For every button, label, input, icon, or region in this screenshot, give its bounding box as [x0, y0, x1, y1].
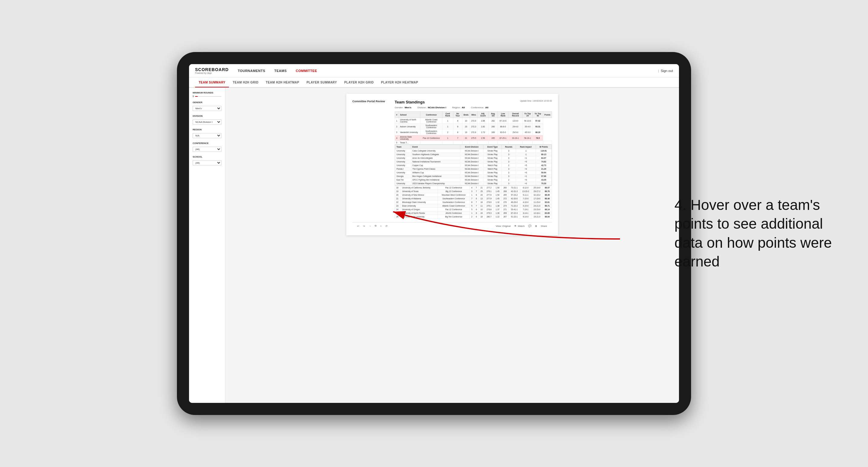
undo-button[interactable]: ↩ [357, 225, 359, 227]
slider-fill [195, 96, 198, 97]
table-cell: Pac-12 Conference [421, 135, 442, 141]
sub-nav: TEAM SUMMARY TEAM H2H GRID TEAM H2H HEAT… [189, 77, 679, 88]
table-cell[interactable]: University of North Carolina [399, 118, 421, 124]
comment-button[interactable]: 💬 [528, 225, 531, 227]
tooltip-cell: Stroke Play [483, 156, 501, 160]
tooltip-cell: Ben Hogan Collegiate Invitational [411, 175, 460, 178]
tooltip-cell: Copper Cup [411, 164, 460, 167]
watch-button[interactable]: 👁 Watch [514, 225, 524, 227]
table-cell: 280.7 [485, 215, 494, 219]
table-cell: 2 [395, 124, 399, 129]
tooltip-cell: 21.29 [536, 167, 552, 171]
table-cell: Duke University [401, 204, 438, 208]
table-cell: 63-5-0 [498, 129, 508, 135]
slider-container[interactable]: 5 [193, 95, 221, 97]
table-cell: 7-19-1 [520, 208, 531, 211]
tooltip-cell: +0 [516, 167, 536, 171]
slider-track[interactable] [195, 96, 221, 97]
region-select[interactable]: N/A East West [193, 133, 221, 138]
table-cell: University of New Mexico [401, 193, 438, 197]
col-vs-top50: Vs Top 50 [533, 112, 543, 118]
tooltip-cell: 119.61 [536, 149, 552, 153]
filter-gender: Gender: Men's [395, 106, 411, 109]
col-avg-sg: Avg. SG [489, 112, 497, 118]
table-cell: 88.70 [542, 190, 552, 193]
table-cell: Atlantic Coast Conference [438, 204, 470, 208]
table-cell: 58-24-1 [523, 135, 533, 141]
table-cell: 3-14-1 [520, 211, 531, 215]
table-cell: University of California, Berkeley [401, 186, 438, 190]
tab-player-h2h-grid[interactable]: PLAYER H2H GRID [341, 77, 377, 87]
tab-player-h2h-heatmap[interactable]: PLAYER H2H HEATMAP [377, 77, 422, 87]
sidebar-label-region: Region [193, 128, 221, 131]
table-cell: 26 [395, 215, 401, 219]
table-cell: 1 [395, 118, 399, 124]
tablet-shell: SCOREBOARD Powered by clippi TOURNAMENTS… [177, 52, 691, 415]
table-cell[interactable]: Vanderbilt University [399, 129, 421, 135]
table-cell: 23 [462, 124, 470, 129]
add-button[interactable]: + [380, 225, 382, 227]
col-low-rank: Low Rank [498, 112, 508, 118]
table-cell[interactable]: Auburn University [399, 124, 421, 129]
conference-select[interactable]: (All) ACC SEC [193, 147, 221, 152]
filter-region-value: All [462, 106, 465, 109]
table-cell: 88.20 [533, 129, 543, 135]
table-cell: 29-5-0 [508, 129, 523, 135]
watch-label: Watch [518, 225, 524, 227]
table-cell[interactable]: Arizona State University [399, 135, 421, 141]
tooltip-cell: +0 [516, 178, 536, 182]
table-cell: The Ohio State University [401, 215, 438, 219]
copy-button[interactable]: ⧉ [375, 224, 376, 227]
table-cell: 5 [395, 141, 399, 145]
zoom-button[interactable]: ⊞ [535, 225, 537, 227]
timer-button[interactable]: ⏱ [385, 225, 388, 227]
forward-button[interactable]: → [369, 225, 371, 227]
tooltip-cell: 2023 Sahalee Players Championship [411, 182, 460, 185]
table-cell: 2.82 [477, 124, 489, 129]
table-cell: 277.6 [485, 193, 494, 197]
table-cell: 32-19-2 [531, 193, 543, 197]
nav-committee[interactable]: COMMITTEE [296, 68, 317, 73]
sidebar-section-region: Region N/A East West [193, 128, 221, 138]
table-cell: Southeastern Conference [421, 129, 442, 135]
tab-team-h2h-grid[interactable]: TEAM H2H GRID [229, 77, 262, 87]
tooltip-cell: University [395, 171, 411, 175]
redo-button[interactable]: ↪ [363, 225, 365, 227]
sidebar-section-school: School (All) [193, 155, 221, 165]
sign-out-button[interactable]: Sign out [661, 69, 673, 72]
table-cell [477, 141, 489, 145]
tooltip-cell: NCAA Division I [460, 182, 483, 185]
table-cell [533, 141, 543, 145]
table-cell: 7 [474, 200, 479, 204]
table-cell: 18 [479, 200, 485, 204]
table-cell: 277.9 [485, 197, 494, 200]
logo-area: SCOREBOARD Powered by clippi [195, 67, 229, 74]
table-cell [543, 141, 552, 145]
nav-tournaments[interactable]: TOURNAMENTS [238, 68, 265, 73]
tab-team-h2h-heatmap[interactable]: TEAM H2H HEATMAP [262, 77, 303, 87]
filter-division: Division: NCAA Division I [417, 106, 446, 109]
tooltip-cell: 3 [502, 156, 516, 160]
tooltip-cell: 3 [502, 149, 516, 153]
table-cell: 45-5-0 [523, 129, 533, 135]
division-select[interactable]: NCAA Division I NCAA Division II [193, 120, 221, 125]
sidebar-label-division: Division [193, 115, 221, 117]
tooltip-cell: Stroke Play [483, 160, 501, 164]
table-cell: 265 [489, 135, 497, 141]
nav-teams[interactable]: TEAMS [274, 68, 287, 73]
view-original-button[interactable]: View: Original [496, 225, 510, 227]
table-cell: 33-19-1 [508, 135, 523, 141]
table-cell: 270 [501, 200, 509, 204]
gender-select[interactable]: Men's Women's All [193, 106, 221, 111]
table-cell: 19 [462, 129, 470, 135]
table-cell: 276.1 [485, 204, 494, 208]
share-button[interactable]: Share [541, 225, 547, 227]
table-cell[interactable]: Texas T... [399, 141, 421, 145]
filter-conference-label: Conference: [471, 106, 484, 109]
tooltip-cell: 79.30 [536, 182, 552, 185]
tab-player-summary[interactable]: PLAYER SUMMARY [303, 77, 341, 87]
table-cell: 7 [474, 190, 479, 193]
school-select[interactable]: (All) [193, 160, 221, 165]
tab-team-summary[interactable]: TEAM SUMMARY [195, 78, 229, 87]
table-cell: 279.3 [485, 211, 494, 215]
